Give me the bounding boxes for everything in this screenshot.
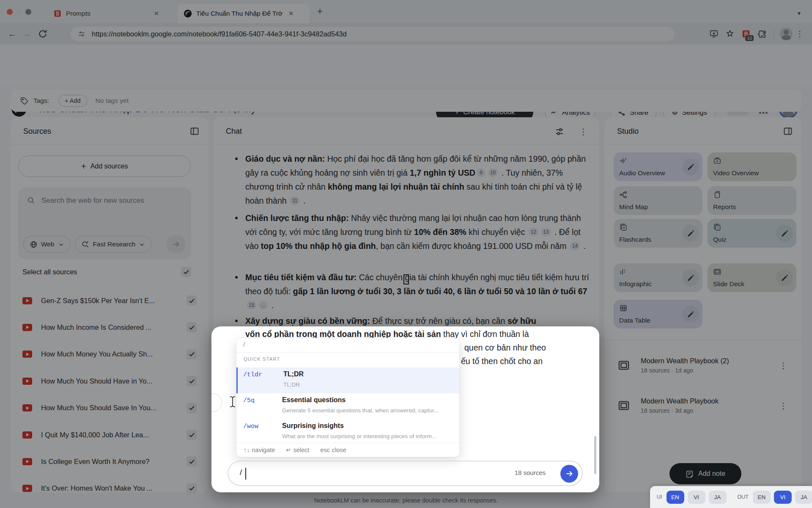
palette-query: /	[243, 341, 245, 348]
chat-scrollbar-thumb[interactable]	[594, 436, 596, 474]
screen: Prompts ✕ Tiêu Chuẩn Thu Nhập Để Trở ✕ +…	[0, 0, 812, 508]
slash-command-palette: / QUICK START /tldrTL;DRTL;DR/5qEssentia…	[236, 338, 460, 457]
palette-item-wow[interactable]: /wowSurprising insightsWhat are the most…	[236, 419, 459, 445]
command-description: Generate 5 essential questions that, whe…	[282, 407, 451, 414]
ui-label: UI	[657, 494, 662, 500]
command-title: TL;DR	[283, 370, 304, 378]
chat-text-fragment: quen cơ bản như theo	[464, 343, 546, 353]
command-text: /5q	[243, 397, 255, 404]
palette-hint: escclose	[320, 447, 346, 453]
command-palette-dialog: vốn cổ phần trong một doanh nghiệp hoặc …	[211, 326, 599, 492]
lang-chip-vi[interactable]: VI	[688, 491, 705, 504]
send-button[interactable]	[560, 465, 578, 483]
lang-chip-vi[interactable]: VI	[774, 491, 792, 504]
palette-footer-hints: ↑↓navigate↵selectescclose	[236, 443, 459, 457]
command-description: What are the most surprising or interest…	[282, 433, 451, 439]
sources-count-label: 18 sources	[515, 469, 546, 476]
chat-input-value: /	[240, 468, 242, 477]
chat-text-fragment: ếu tố then chốt cho an	[461, 356, 543, 366]
lang-chip-en[interactable]: EN	[753, 491, 771, 504]
scroll-to-bottom-button[interactable]	[211, 393, 222, 412]
out-label: OUT	[738, 494, 749, 500]
command-title: Essential questions	[282, 396, 346, 404]
command-text: /wow	[243, 423, 258, 430]
chat-input[interactable]: / 18 sources	[228, 461, 583, 486]
palette-hint: ↑↓navigate	[244, 447, 275, 453]
input-caret	[245, 468, 246, 480]
palette-item-tldr[interactable]: /tldrTL;DRTL;DR	[236, 367, 459, 393]
lang-chip-ja[interactable]: JA	[709, 491, 727, 504]
command-text: /tldr	[243, 371, 262, 378]
palette-section-label: QUICK START	[244, 356, 280, 362]
palette-item-5q[interactable]: /5qEssential questionsGenerate 5 essenti…	[236, 393, 459, 419]
ibeam-cursor	[229, 396, 236, 408]
lang-chip-ja[interactable]: JA	[795, 491, 812, 504]
lang-chip-en[interactable]: EN	[667, 491, 684, 504]
command-title: Surprising insights	[282, 422, 344, 430]
palette-hint: ↵select	[286, 447, 309, 453]
command-description: TL;DR	[283, 381, 453, 388]
language-toggle-bar: UI ENVIJA OUT ENVIJA ⚙	[650, 486, 812, 508]
